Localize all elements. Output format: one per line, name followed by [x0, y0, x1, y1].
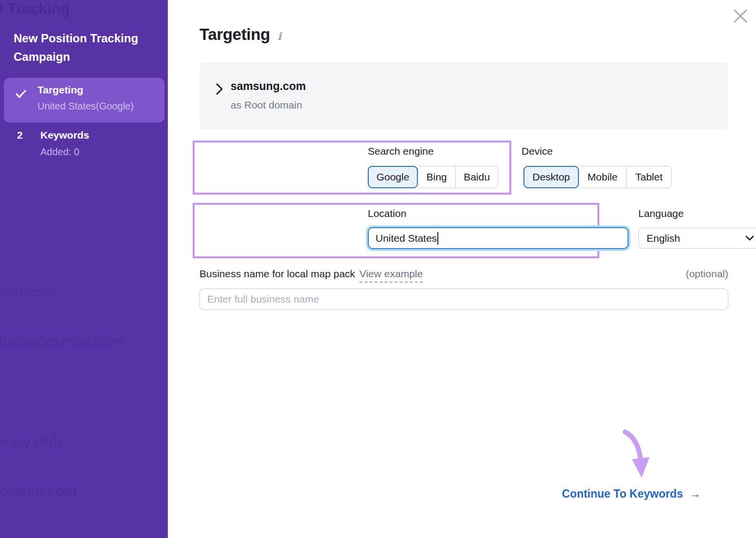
language-label: Language: [638, 208, 684, 219]
optional-hint: (optional): [685, 268, 728, 280]
continue-label: Continue To Keywords: [562, 487, 683, 501]
search-engine-option-google[interactable]: Google: [368, 166, 418, 188]
device-option-desktop[interactable]: Desktop: [523, 166, 579, 188]
search-engine-segmented-control: Google Bing Baidu: [368, 166, 498, 188]
language-value: English: [647, 233, 680, 244]
background-ghost-text: terary Hub: [0, 434, 62, 450]
chevron-down-icon: [745, 235, 754, 241]
device-label: Device: [522, 145, 553, 157]
search-engine-label: Search engine: [368, 145, 433, 157]
language-select[interactable]: English: [638, 228, 756, 249]
sidebar-item-targeting[interactable]: Targeting United States(Google): [4, 78, 164, 123]
device-option-tablet[interactable]: Tablet: [627, 166, 672, 188]
business-name-label: Business name for local map pack: [199, 268, 355, 280]
continue-to-keywords-button[interactable]: Continue To Keywords →: [562, 487, 701, 501]
target-domain: samsung.com: [231, 80, 306, 93]
close-button[interactable]: [731, 6, 750, 26]
background-ghost-text: ycasino.com: [0, 483, 77, 499]
sidebar-item-keywords[interactable]: 2 Keywords Added: 0: [0, 128, 168, 162]
domain-scope: as Root domain: [231, 99, 302, 111]
device-option-mobile[interactable]: Mobile: [579, 166, 627, 188]
view-example-link[interactable]: View example: [360, 268, 423, 283]
arrow-right-icon: →: [689, 487, 701, 501]
campaign-steps-sidebar: ition Tracking azon.com almingcosmos.com…: [0, 0, 168, 538]
step-keywords-number: 2: [17, 129, 23, 141]
step-keywords-summary: Added: 0: [40, 146, 79, 158]
checkmark-icon: [16, 90, 26, 98]
step-keywords-label: Keywords: [40, 129, 89, 141]
device-segmented-control: Desktop Mobile Tablet: [523, 166, 672, 188]
chevron-right-icon: [216, 83, 223, 95]
location-input[interactable]: United States: [368, 227, 629, 249]
step-targeting-label: Targeting: [37, 84, 83, 96]
targeting-panel: Targeting i samsung.com as Root domain S…: [168, 0, 756, 538]
domain-summary-card[interactable]: samsung.com as Root domain: [199, 62, 728, 129]
wizard-title: New Position Tracking Campaign: [14, 29, 157, 66]
info-icon[interactable]: i: [277, 30, 281, 42]
page-title: Targeting: [199, 25, 270, 44]
search-engine-option-bing[interactable]: Bing: [418, 166, 456, 188]
background-ghost-text: almingcosmos.com: [0, 334, 123, 350]
text-caret: [437, 232, 438, 245]
location-label: Location: [368, 208, 406, 219]
background-ghost-text: ition Tracking: [0, 0, 70, 18]
step-targeting-summary: United States(Google): [37, 101, 134, 112]
location-value: United States: [376, 233, 437, 244]
tutorial-arrow-annotation: [620, 429, 652, 484]
business-name-input[interactable]: [199, 288, 728, 310]
close-icon: [733, 8, 748, 24]
new-campaign-modal: ition Tracking azon.com almingcosmos.com…: [0, 0, 756, 538]
search-engine-option-baidu[interactable]: Baidu: [456, 166, 498, 188]
background-ghost-text: azon.com: [0, 284, 56, 300]
